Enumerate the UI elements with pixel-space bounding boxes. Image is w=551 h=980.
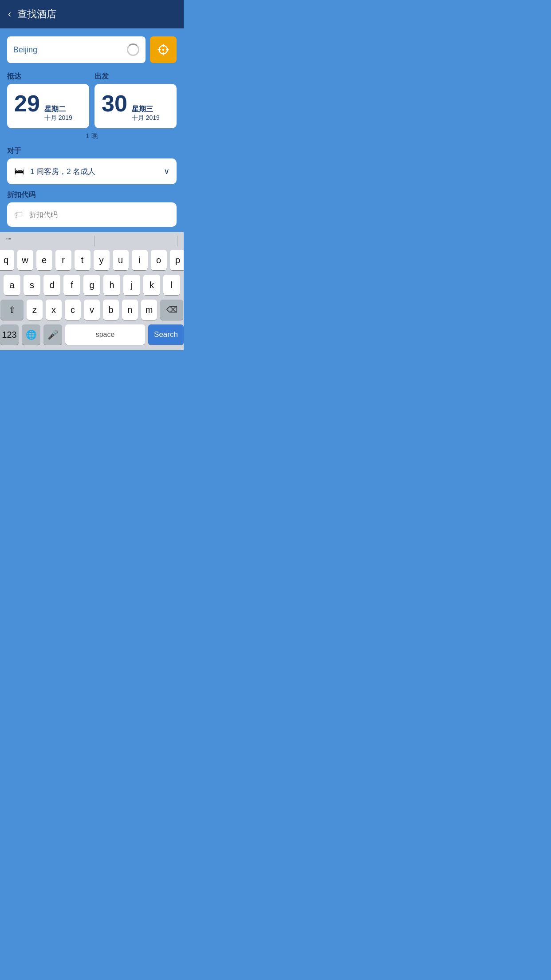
- checkout-card[interactable]: 30 星期三 十月 2019: [94, 84, 177, 128]
- checkout-month: 十月 2019: [132, 114, 160, 122]
- key-y[interactable]: y: [94, 250, 110, 270]
- search-input-wrapper[interactable]: [7, 36, 146, 63]
- key-a[interactable]: a: [4, 275, 20, 295]
- checkout-label: 出发: [94, 72, 177, 81]
- search-input[interactable]: [13, 45, 123, 55]
- tag-icon: 🏷: [14, 209, 23, 220]
- promo-label: 折扣代码: [7, 190, 177, 200]
- checkin-label: 抵达: [7, 72, 89, 81]
- divider-2: [177, 236, 177, 246]
- key-d[interactable]: d: [43, 275, 60, 295]
- key-o[interactable]: o: [151, 250, 167, 270]
- key-z[interactable]: z: [27, 300, 43, 320]
- promo-input[interactable]: [29, 211, 169, 219]
- key-h[interactable]: h: [103, 275, 120, 295]
- key-i[interactable]: i: [132, 250, 148, 270]
- guests-value: 1 间客房，2 名成人: [30, 166, 164, 177]
- svg-point-1: [162, 49, 165, 51]
- key-b[interactable]: b: [103, 300, 119, 320]
- back-button[interactable]: ‹: [8, 9, 11, 19]
- keyboard-row-2: a s d f g h j k l: [4, 275, 180, 295]
- key-t[interactable]: t: [75, 250, 91, 270]
- promo-input-wrapper[interactable]: 🏷: [7, 202, 177, 227]
- checkin-day-row: 29 星期二 十月 2019: [14, 92, 82, 122]
- mic-key[interactable]: 🎤: [43, 324, 62, 345]
- checkout-details: 星期三 十月 2019: [132, 105, 160, 122]
- checkin-day: 29: [14, 92, 40, 115]
- key-v[interactable]: v: [84, 300, 100, 320]
- key-j[interactable]: j: [123, 275, 140, 295]
- keyboard-top-bar: "": [2, 236, 182, 250]
- key-g[interactable]: g: [83, 275, 100, 295]
- divider-1: [94, 236, 94, 246]
- key-r[interactable]: r: [55, 250, 71, 270]
- checkout-weekday: 星期三: [132, 105, 160, 114]
- nights-label: 1 晚: [7, 132, 177, 140]
- key-m[interactable]: m: [141, 300, 157, 320]
- key-p[interactable]: p: [170, 250, 184, 270]
- keyboard-rows: q w e r t y u i o p a s d f g h j k l ⇧ …: [2, 250, 182, 320]
- guests-section-label: 对于: [7, 146, 177, 156]
- bed-icon: 🛏: [14, 166, 24, 177]
- key-l[interactable]: l: [163, 275, 180, 295]
- shift-key[interactable]: ⇧: [0, 300, 24, 320]
- key-f[interactable]: f: [63, 275, 80, 295]
- checkout-day: 30: [102, 92, 127, 115]
- checkin-card[interactable]: 29 星期二 十月 2019: [7, 84, 89, 128]
- chevron-down-icon: ∨: [164, 166, 169, 176]
- loading-spinner: [127, 43, 139, 56]
- keyboard-row-1: q w e r t y u i o p: [4, 250, 180, 270]
- header: ‹ 查找酒店: [0, 0, 184, 28]
- quote-key[interactable]: "": [6, 237, 11, 245]
- globe-key[interactable]: 🌐: [22, 324, 40, 345]
- checkout-day-row: 30 星期三 十月 2019: [102, 92, 169, 122]
- key-s[interactable]: s: [24, 275, 40, 295]
- search-row: [7, 36, 177, 63]
- keyboard-bottom-row: 123 🌐 🎤 space Search: [2, 320, 182, 350]
- dates-section: 抵达 出发 29 星期二 十月 2019 30 星期三 十月 2019: [7, 72, 177, 140]
- keyboard: "" q w e r t y u i o p a s d f g h j k l: [0, 232, 184, 350]
- keyboard-row-3: ⇧ z x c v b n m ⌫: [4, 300, 180, 320]
- space-key[interactable]: space: [65, 324, 145, 345]
- guests-selector[interactable]: 🛏 1 间客房，2 名成人 ∨: [7, 158, 177, 184]
- backspace-key[interactable]: ⌫: [160, 300, 183, 320]
- key-c[interactable]: c: [65, 300, 81, 320]
- key-x[interactable]: x: [46, 300, 62, 320]
- backspace-icon: ⌫: [166, 305, 177, 315]
- key-u[interactable]: u: [113, 250, 129, 270]
- page-title: 查找酒店: [17, 8, 56, 21]
- location-button[interactable]: [150, 36, 177, 63]
- checkin-month: 十月 2019: [44, 114, 72, 122]
- key-w[interactable]: w: [17, 250, 33, 270]
- num-key[interactable]: 123: [0, 324, 19, 345]
- key-n[interactable]: n: [122, 300, 138, 320]
- dates-labels: 抵达 出发: [7, 72, 177, 81]
- main-content: 抵达 出发 29 星期二 十月 2019 30 星期三 十月 2019: [0, 28, 184, 232]
- location-icon: [157, 43, 169, 56]
- search-key[interactable]: Search: [148, 324, 184, 345]
- key-q[interactable]: q: [0, 250, 14, 270]
- key-k[interactable]: k: [143, 275, 160, 295]
- checkin-details: 星期二 十月 2019: [44, 105, 72, 122]
- key-e[interactable]: e: [36, 250, 52, 270]
- dates-row: 29 星期二 十月 2019 30 星期三 十月 2019: [7, 84, 177, 128]
- checkin-weekday: 星期二: [44, 105, 72, 114]
